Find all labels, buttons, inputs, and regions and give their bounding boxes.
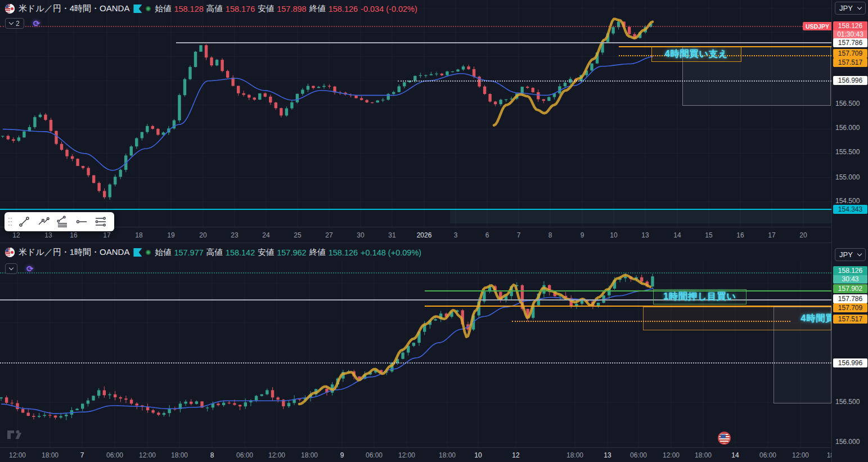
level-label: 157.902: [833, 284, 867, 293]
parallel-lines-tool-icon[interactable]: [92, 214, 110, 230]
drawing-toolbar: [5, 212, 114, 231]
chart-title-1h[interactable]: 米ドル／円・1時間・OANDA: [19, 247, 129, 258]
candle: [597, 303, 600, 307]
time-tick: 12:00: [663, 451, 680, 459]
candle: [43, 415, 46, 416]
toolbar-drag-handle[interactable]: [7, 217, 13, 227]
candle: [141, 132, 143, 138]
candle: [233, 403, 236, 405]
time-tick: 13: [44, 231, 52, 239]
time-tick: 9: [340, 451, 344, 459]
level-label: 156.996: [833, 358, 867, 367]
candle: [55, 131, 57, 144]
candle: [48, 415, 51, 415]
candle: [408, 80, 411, 82]
level-label: 157.517: [833, 315, 867, 324]
grid-lines: [0, 0, 831, 227]
time-tick: 14: [731, 451, 739, 459]
time-tick: 18:00: [695, 451, 712, 459]
candle: [146, 126, 149, 132]
objects-count: 2: [16, 20, 20, 28]
open-label: 始値: [155, 247, 171, 258]
trend-line-tool-icon[interactable]: [15, 214, 33, 230]
candle: [146, 407, 149, 410]
objects-count-button[interactable]: 2: [5, 18, 24, 29]
time-axis-4h[interactable]: 1213161718192023242527303120263678910131…: [0, 227, 868, 243]
time-tick: 12:00: [792, 451, 809, 459]
close-value: 158.126: [329, 5, 358, 14]
time-tick: 18:00: [42, 451, 59, 459]
oanda-logo-icon: [133, 248, 142, 257]
chevron-down-icon: [9, 266, 14, 270]
horizontal-ray-tool-icon[interactable]: [73, 214, 91, 230]
time-tick: 17: [768, 231, 775, 239]
us-flag-event-icon[interactable]: [718, 432, 731, 445]
candle: [16, 403, 19, 409]
candle: [280, 108, 282, 115]
candle: [71, 156, 74, 159]
candle: [435, 74, 438, 74]
candle: [287, 403, 290, 406]
candle: [581, 300, 583, 304]
time-axis-1h[interactable]: 12:0018:00706:0012:0018:00806:0012:0018:…: [0, 447, 868, 462]
time-tick: 23: [231, 231, 238, 239]
chart-pane-1h[interactable]: 1時間押し目買い4時間買 ⟳: [0, 261, 831, 447]
candle: [81, 403, 84, 409]
candle: [114, 394, 116, 397]
time-tick: 15: [705, 231, 712, 239]
level-label: 157.786: [833, 38, 867, 47]
time-tick: 12: [12, 231, 20, 239]
chevron-down-icon: [857, 252, 862, 256]
time-tick: 18:00: [566, 451, 583, 459]
candle: [32, 416, 35, 417]
candle: [569, 79, 572, 83]
high-value: 158.176: [226, 5, 255, 14]
brush-highlight-line[interactable]: [494, 19, 653, 125]
candle: [92, 396, 95, 400]
currency-selector[interactable]: JPY: [835, 2, 866, 15]
candle: [376, 101, 379, 103]
us-jp-flag-icon: [5, 4, 15, 14]
candle: [617, 21, 620, 27]
currency-label: JPY: [839, 250, 853, 259]
time-tick: 18:00: [439, 451, 456, 459]
countdown-timer: 30:43: [833, 275, 867, 284]
candle: [532, 88, 534, 92]
chart-title-4h[interactable]: 米ドル／円・4時間・OANDA: [19, 3, 129, 14]
grid-lines: [0, 261, 831, 447]
collapse-pane-button[interactable]: [5, 263, 17, 274]
low-label: 安値: [258, 247, 274, 258]
time-tick: 24: [262, 231, 269, 239]
candle: [222, 403, 225, 405]
time-tick: 31: [388, 231, 395, 239]
currency-selector[interactable]: JPY: [835, 248, 866, 261]
level-label: 157.709: [833, 49, 867, 58]
extended-line-tool-icon[interactable]: [34, 214, 52, 230]
fib-retracement-tool-icon[interactable]: [53, 214, 71, 230]
candle: [130, 146, 133, 155]
candle: [640, 277, 643, 282]
time-tick: 6: [485, 231, 489, 239]
current-price-label: 158.12601:30:43: [833, 21, 867, 39]
candle: [387, 94, 390, 100]
candle: [275, 102, 277, 108]
price-tick: 156.500: [832, 398, 866, 406]
price-axis[interactable]: JPY JPY 156.500156.000155.500155.000154.…: [831, 0, 868, 462]
candle: [114, 177, 116, 185]
low-label: 安値: [258, 3, 274, 14]
candle: [217, 403, 219, 405]
sync-drawing-icon[interactable]: ⟳: [26, 264, 34, 273]
high-label: 高値: [206, 3, 223, 14]
price-tick: 156.500: [832, 100, 866, 107]
chart-pane-4h[interactable]: 4時間買い支え 米ドル／円・4時間・OANDA 始値158.128 高値158.…: [0, 0, 831, 227]
sync-drawing-icon[interactable]: ⟳: [33, 19, 41, 28]
candle: [354, 95, 357, 98]
candle: [521, 87, 524, 93]
candle: [188, 67, 191, 79]
candle: [296, 94, 299, 102]
candle: [269, 97, 272, 102]
candle: [434, 319, 437, 320]
change-value: +0.148 (+0.09%): [361, 248, 421, 257]
candle: [44, 115, 47, 120]
time-tick: 8: [210, 451, 214, 459]
